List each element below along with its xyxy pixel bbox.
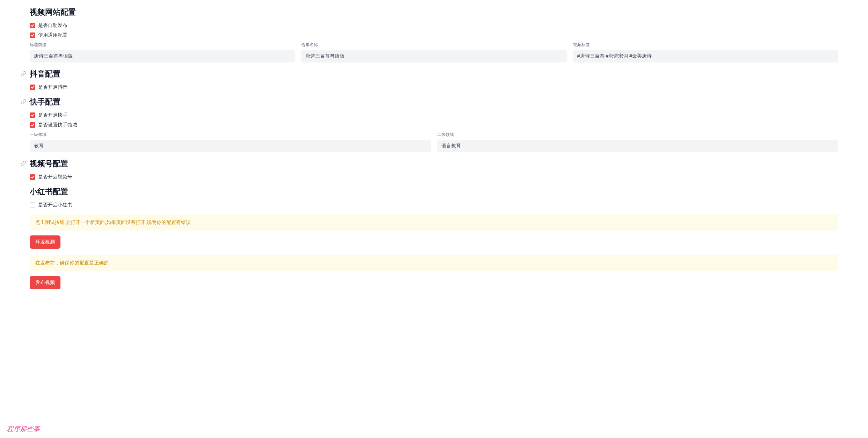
checkbox-label: 使用通用配置 [38,32,67,38]
heading-video-site: 视频网站配置 [30,7,839,17]
checkbox-enable-wechat-channels[interactable]: 是否开启视频号 [30,174,839,180]
checkbox-icon [30,174,35,180]
alert-publish-hint: 在发布前，确保你的配置是正确的 [30,255,839,271]
checkbox-label: 是否开启小红书 [38,202,72,208]
checkbox-icon [30,23,35,28]
label-title-prefix: 标题前缀 [30,42,295,48]
checkbox-auto-publish[interactable]: 是否自动发布 [30,22,839,29]
checkbox-icon [30,202,35,208]
label-domain-level2: 二级领域 [437,132,838,138]
checkbox-label: 是否设置快手领域 [38,122,77,128]
checkbox-icon [30,122,35,128]
heading-wechat-channels: 视频号配置 [30,159,839,169]
label-video-tags: 视频标签 [573,42,839,48]
checkbox-icon [30,32,35,38]
checkbox-icon [30,85,35,90]
checkbox-label: 是否开启视频号 [38,174,72,180]
link-icon [21,161,26,167]
publish-video-button[interactable]: 发布视频 [30,276,60,289]
label-domain-level1: 一级领域 [30,132,431,138]
checkbox-enable-xiaohongshu[interactable]: 是否开启小红书 [30,202,839,208]
input-domain-level2[interactable] [437,140,838,152]
label-collection-name: 合集名称 [301,42,567,48]
checkbox-enable-douyin[interactable]: 是否开启抖音 [30,84,839,90]
input-video-tags[interactable] [573,50,839,63]
section-kuaishou: 快手配置 是否开启快手 是否设置快手领域 一级领域 二级领域 [30,97,839,152]
section-wechat-channels: 视频号配置 是否开启视频号 [30,159,839,180]
checkbox-label: 是否自动发布 [38,22,67,29]
input-collection-name[interactable] [301,50,567,63]
section-video-site: 视频网站配置 是否自动发布 使用通用配置 标题前缀 合集名称 视频标签 [30,7,839,63]
input-domain-level1[interactable] [30,140,431,152]
checkbox-use-common-config[interactable]: 使用通用配置 [30,32,839,38]
checkbox-set-kuaishou-domain[interactable]: 是否设置快手领域 [30,122,839,128]
heading-xiaohongshu: 小红书配置 [30,187,839,197]
heading-kuaishou: 快手配置 [30,97,839,107]
section-xiaohongshu: 小红书配置 是否开启小红书 [30,187,839,208]
heading-douyin: 抖音配置 [30,69,839,79]
checkbox-label: 是否开启快手 [38,112,67,118]
link-icon [21,71,26,78]
checkbox-icon [30,112,35,118]
link-icon [21,99,26,105]
input-title-prefix[interactable] [30,50,295,63]
env-check-button[interactable]: 环境检测 [30,235,60,249]
section-douyin: 抖音配置 是否开启抖音 [30,69,839,90]
alert-test-hint: 点击测试按钮,会打开一个新页面,如果页面没有打开,说明你的配置有错误 [30,214,839,231]
checkbox-label: 是否开启抖音 [38,84,67,90]
checkbox-enable-kuaishou[interactable]: 是否开启快手 [30,112,839,118]
